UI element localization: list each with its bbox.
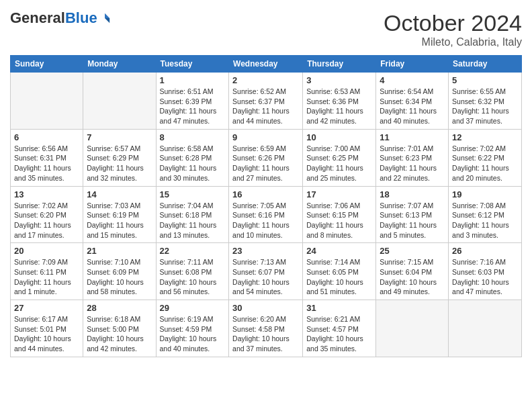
page-header: GeneralBlue October 2024 Mileto, Calabri… [10, 10, 522, 48]
day-number: 2 [232, 75, 299, 85]
day-info: Sunrise: 6:19 AMSunset: 4:59 PMDaylight:… [160, 314, 226, 354]
day-info: Sunrise: 7:02 AMSunset: 6:20 PMDaylight:… [14, 201, 79, 240]
day-number: 30 [232, 303, 299, 313]
day-number: 6 [14, 132, 79, 142]
col-sunday: Sunday [11, 56, 83, 73]
calendar-cell: 8Sunrise: 6:58 AMSunset: 6:28 PMDaylight… [156, 129, 229, 186]
calendar-cell: 26Sunrise: 7:16 AMSunset: 6:03 PMDayligh… [449, 243, 522, 300]
calendar-cell: 18Sunrise: 7:07 AMSunset: 6:13 PMDayligh… [376, 186, 449, 243]
title-block: October 2024 Mileto, Calabria, Italy [384, 10, 522, 48]
calendar-cell: 7Sunrise: 6:57 AMSunset: 6:29 PMDaylight… [83, 129, 156, 186]
day-info: Sunrise: 6:56 AMSunset: 6:31 PMDaylight:… [14, 144, 79, 183]
calendar-week-row: 6Sunrise: 6:56 AMSunset: 6:31 PMDaylight… [11, 129, 522, 186]
day-info: Sunrise: 7:07 AMSunset: 6:13 PMDaylight:… [380, 201, 445, 240]
day-number: 14 [87, 189, 152, 199]
day-number: 9 [232, 132, 299, 142]
calendar-cell: 5Sunrise: 6:55 AMSunset: 6:32 PMDaylight… [449, 73, 522, 130]
calendar-cell: 13Sunrise: 7:02 AMSunset: 6:20 PMDayligh… [11, 186, 83, 243]
calendar-cell: 28Sunrise: 6:18 AMSunset: 5:00 PMDayligh… [83, 300, 156, 357]
day-number: 29 [160, 303, 226, 313]
day-info: Sunrise: 7:11 AMSunset: 6:08 PMDaylight:… [160, 257, 226, 297]
day-info: Sunrise: 7:02 AMSunset: 6:22 PMDaylight:… [452, 144, 518, 183]
day-info: Sunrise: 6:21 AMSunset: 4:57 PMDaylight:… [306, 314, 372, 354]
day-info: Sunrise: 7:10 AMSunset: 6:09 PMDaylight:… [87, 257, 152, 297]
day-info: Sunrise: 6:20 AMSunset: 4:58 PMDaylight:… [232, 314, 299, 354]
calendar-cell: 14Sunrise: 7:03 AMSunset: 6:19 PMDayligh… [83, 186, 156, 243]
day-number: 22 [160, 246, 226, 256]
day-number: 24 [306, 246, 372, 256]
calendar-cell: 11Sunrise: 7:01 AMSunset: 6:23 PMDayligh… [376, 129, 449, 186]
day-info: Sunrise: 7:15 AMSunset: 6:04 PMDaylight:… [380, 257, 445, 297]
calendar-cell [449, 300, 522, 357]
day-number: 23 [232, 246, 299, 256]
calendar-cell: 16Sunrise: 7:05 AMSunset: 6:16 PMDayligh… [229, 186, 303, 243]
day-number: 11 [380, 132, 445, 142]
day-info: Sunrise: 6:58 AMSunset: 6:28 PMDaylight:… [160, 144, 226, 183]
calendar-cell [11, 73, 83, 130]
day-info: Sunrise: 6:51 AMSunset: 6:39 PMDaylight:… [160, 87, 226, 126]
calendar-week-row: 1Sunrise: 6:51 AMSunset: 6:39 PMDaylight… [11, 73, 522, 130]
day-info: Sunrise: 7:00 AMSunset: 6:25 PMDaylight:… [306, 144, 372, 183]
calendar-cell: 10Sunrise: 7:00 AMSunset: 6:25 PMDayligh… [303, 129, 376, 186]
calendar-cell [83, 73, 156, 130]
day-number: 20 [14, 246, 79, 256]
calendar-cell: 2Sunrise: 6:52 AMSunset: 6:37 PMDaylight… [229, 73, 303, 130]
col-tuesday: Tuesday [156, 56, 229, 73]
calendar-cell: 12Sunrise: 7:02 AMSunset: 6:22 PMDayligh… [449, 129, 522, 186]
calendar-cell: 4Sunrise: 6:54 AMSunset: 6:34 PMDaylight… [376, 73, 449, 130]
day-info: Sunrise: 7:09 AMSunset: 6:11 PMDaylight:… [14, 257, 79, 297]
calendar-cell: 17Sunrise: 7:06 AMSunset: 6:15 PMDayligh… [303, 186, 376, 243]
calendar-cell: 27Sunrise: 6:17 AMSunset: 5:01 PMDayligh… [11, 300, 83, 357]
calendar-table: Sunday Monday Tuesday Wednesday Thursday… [10, 55, 522, 357]
day-info: Sunrise: 7:16 AMSunset: 6:03 PMDaylight:… [452, 257, 518, 297]
calendar-cell: 25Sunrise: 7:15 AMSunset: 6:04 PMDayligh… [376, 243, 449, 300]
day-info: Sunrise: 7:04 AMSunset: 6:18 PMDaylight:… [160, 201, 226, 240]
day-info: Sunrise: 7:03 AMSunset: 6:19 PMDaylight:… [87, 201, 152, 240]
day-info: Sunrise: 7:06 AMSunset: 6:15 PMDaylight:… [306, 201, 372, 240]
calendar-cell [376, 300, 449, 357]
day-number: 13 [14, 189, 79, 199]
day-number: 31 [306, 303, 372, 313]
day-number: 27 [14, 303, 79, 313]
location-title: Mileto, Calabria, Italy [384, 36, 522, 48]
day-number: 16 [232, 189, 299, 199]
day-number: 21 [87, 246, 152, 256]
calendar-cell: 24Sunrise: 7:14 AMSunset: 6:05 PMDayligh… [303, 243, 376, 300]
day-info: Sunrise: 6:18 AMSunset: 5:00 PMDaylight:… [87, 314, 152, 354]
day-info: Sunrise: 6:52 AMSunset: 6:37 PMDaylight:… [232, 87, 299, 126]
day-number: 7 [87, 132, 152, 142]
day-number: 4 [380, 75, 445, 85]
day-info: Sunrise: 7:05 AMSunset: 6:16 PMDaylight:… [232, 201, 299, 240]
col-thursday: Thursday [303, 56, 376, 73]
day-number: 18 [380, 189, 445, 199]
day-info: Sunrise: 6:54 AMSunset: 6:34 PMDaylight:… [380, 87, 445, 126]
day-number: 17 [306, 189, 372, 199]
day-number: 25 [380, 246, 445, 256]
calendar-week-row: 27Sunrise: 6:17 AMSunset: 5:01 PMDayligh… [11, 300, 522, 357]
col-monday: Monday [83, 56, 156, 73]
month-title: October 2024 [384, 10, 522, 36]
day-number: 12 [452, 132, 518, 142]
col-saturday: Saturday [449, 56, 522, 73]
day-number: 3 [306, 75, 372, 85]
calendar-cell: 9Sunrise: 6:59 AMSunset: 6:26 PMDaylight… [229, 129, 303, 186]
calendar-cell: 22Sunrise: 7:11 AMSunset: 6:08 PMDayligh… [156, 243, 229, 300]
logo-general: GeneralBlue [10, 10, 97, 26]
day-info: Sunrise: 7:08 AMSunset: 6:12 PMDaylight:… [452, 201, 518, 240]
day-info: Sunrise: 6:57 AMSunset: 6:29 PMDaylight:… [87, 144, 152, 183]
calendar-cell: 29Sunrise: 6:19 AMSunset: 4:59 PMDayligh… [156, 300, 229, 357]
col-friday: Friday [376, 56, 449, 73]
day-info: Sunrise: 6:53 AMSunset: 6:36 PMDaylight:… [306, 87, 372, 126]
day-number: 19 [452, 189, 518, 199]
calendar-cell: 19Sunrise: 7:08 AMSunset: 6:12 PMDayligh… [449, 186, 522, 243]
day-number: 1 [160, 75, 226, 85]
calendar-cell: 23Sunrise: 7:13 AMSunset: 6:07 PMDayligh… [229, 243, 303, 300]
day-info: Sunrise: 7:14 AMSunset: 6:05 PMDaylight:… [306, 257, 372, 297]
calendar-cell: 30Sunrise: 6:20 AMSunset: 4:58 PMDayligh… [229, 300, 303, 357]
day-info: Sunrise: 6:59 AMSunset: 6:26 PMDaylight:… [232, 144, 299, 183]
calendar-week-row: 20Sunrise: 7:09 AMSunset: 6:11 PMDayligh… [11, 243, 522, 300]
calendar-cell: 31Sunrise: 6:21 AMSunset: 4:57 PMDayligh… [303, 300, 376, 357]
day-number: 10 [306, 132, 372, 142]
calendar-week-row: 13Sunrise: 7:02 AMSunset: 6:20 PMDayligh… [11, 186, 522, 243]
day-number: 8 [160, 132, 226, 142]
